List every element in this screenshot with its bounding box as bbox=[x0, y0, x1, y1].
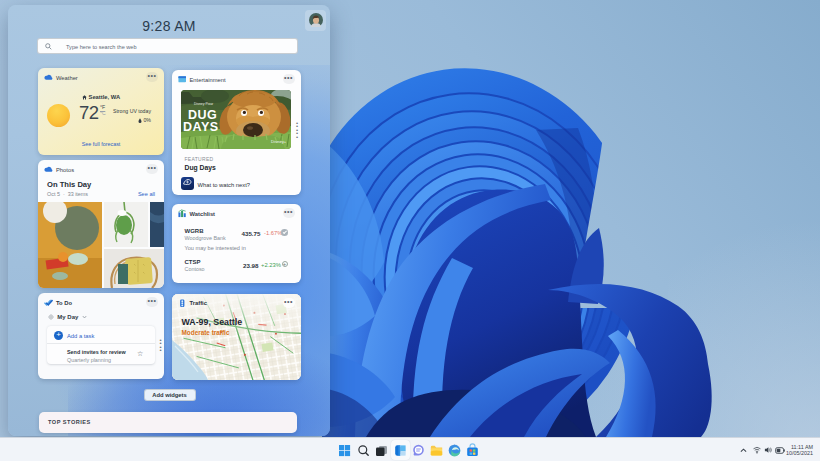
svg-text:DAYS: DAYS bbox=[183, 120, 219, 134]
svg-text:Disney·Pixar: Disney·Pixar bbox=[194, 102, 214, 106]
svg-text:Disney+: Disney+ bbox=[271, 139, 287, 144]
